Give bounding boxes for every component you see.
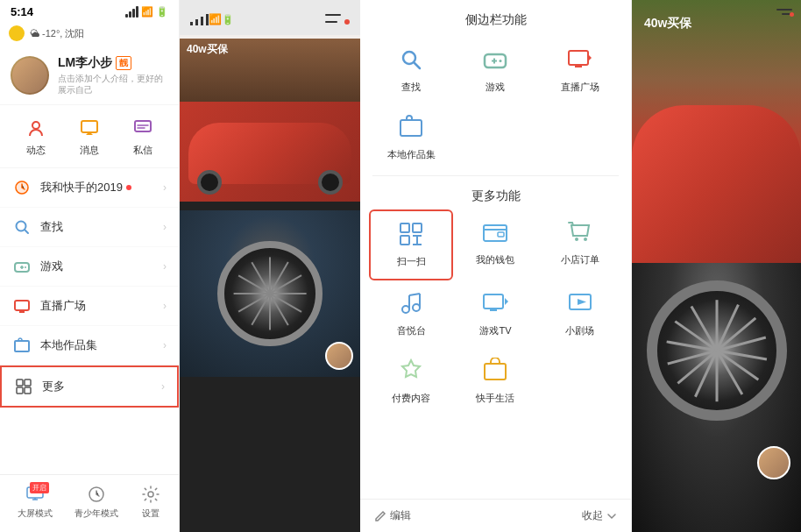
svg-rect-35 xyxy=(400,223,409,232)
func-gametv-label: 游戏TV xyxy=(479,324,511,337)
func-paid[interactable]: 付费内容 xyxy=(369,348,453,415)
section-divider xyxy=(372,175,619,176)
quick-icon-dynamic[interactable]: 动态 xyxy=(24,116,48,157)
func-scan[interactable]: 扫一扫 xyxy=(369,209,453,280)
svg-rect-50 xyxy=(484,294,503,309)
func-wallet[interactable]: 我的钱包 xyxy=(453,209,537,280)
svg-rect-55 xyxy=(485,364,506,379)
hamburger-button[interactable] xyxy=(325,7,350,32)
car-visual: 40w买保 xyxy=(180,35,360,202)
battery-status-icon: 🔋 xyxy=(222,14,234,25)
weather-bar: 🌥 -12°, 沈阳 xyxy=(0,22,179,46)
svg-marker-31 xyxy=(588,54,592,61)
func-game[interactable]: 游戏 xyxy=(453,37,537,104)
func-search[interactable]: 查找 xyxy=(369,37,453,104)
hamburger-notification-dot xyxy=(790,12,794,17)
quick-icons-row: 动态 消息 私信 xyxy=(0,105,179,168)
svg-point-29 xyxy=(500,60,502,62)
video-card-bottom[interactable] xyxy=(180,210,360,377)
func-drama-label: 小剧场 xyxy=(565,324,594,337)
message-label: 消息 xyxy=(80,144,99,157)
settings-button[interactable]: 设置 xyxy=(140,484,161,520)
edit-button[interactable]: 编辑 xyxy=(374,508,411,523)
edit-icon xyxy=(374,510,386,522)
func-music[interactable]: 音悦台 xyxy=(369,280,453,348)
dm-icon xyxy=(131,116,155,140)
edit-label: 编辑 xyxy=(390,508,411,523)
status-bar: 5:14 📶 🔋 xyxy=(0,0,179,22)
svg-rect-16 xyxy=(25,379,31,386)
sidebar-panel: 5:14 📶 🔋 🌥 -12°, 沈阳 LM李小步 靓 点击添加个人介绍，更 xyxy=(0,0,180,532)
menu-label-more: 更多 xyxy=(42,379,65,394)
wifi-icon: 📶 xyxy=(141,6,153,18)
func-shoporder[interactable]: 小店订单 xyxy=(538,209,622,280)
wifi-signal-icon: 📶 xyxy=(209,13,222,25)
func-scan-label: 扫一扫 xyxy=(397,255,426,268)
menu-item-live[interactable]: 直播广场 › xyxy=(0,287,179,326)
menu-item-local[interactable]: 本地作品集 › xyxy=(0,326,179,365)
quick-icon-message[interactable]: 消息 xyxy=(77,116,102,157)
collapse-label: 收起 xyxy=(582,508,603,523)
menu-item-more[interactable]: 更多 › xyxy=(0,365,179,408)
func-music-icon xyxy=(395,287,427,319)
right-video-bottom[interactable] xyxy=(632,263,801,532)
hamburger-line xyxy=(325,14,341,16)
svg-rect-1 xyxy=(82,121,97,132)
weather-text: 🌥 -12°, 沈阳 xyxy=(30,27,84,40)
func-kuaishou[interactable]: 快手生活 xyxy=(453,348,537,415)
tv-mode-label: 大屏模式 xyxy=(18,507,53,520)
right-video-top[interactable]: 40w买保 xyxy=(632,0,801,263)
svg-point-24 xyxy=(403,52,415,64)
func-search-icon xyxy=(395,44,427,75)
svg-point-46 xyxy=(413,304,420,311)
bottom-bar: 开启 大屏模式 青少年模式 设置 xyxy=(0,474,179,532)
menu-item-history[interactable]: 我和快手的2019 › xyxy=(0,168,179,208)
svg-rect-2 xyxy=(135,121,151,131)
sidebar-functions-panel: 侧边栏功能 查找 游戏 直播广场 本地作品集 xyxy=(360,0,632,532)
live-menu-icon xyxy=(12,296,32,316)
collapse-button[interactable]: 收起 xyxy=(582,508,617,523)
chevron-down-icon xyxy=(606,511,617,521)
svg-line-6 xyxy=(25,230,28,233)
dynamic-icon xyxy=(24,116,48,140)
svg-rect-30 xyxy=(569,51,588,65)
func-kuaishou-icon xyxy=(479,355,511,387)
tv-mode-icon: 开启 xyxy=(25,484,46,505)
func-paid-icon xyxy=(395,355,427,387)
teen-mode-button[interactable]: 青少年模式 xyxy=(74,484,118,520)
chevron-icon: › xyxy=(161,380,165,393)
menu-item-game[interactable]: 游戏 › xyxy=(0,247,179,287)
func-search-label: 查找 xyxy=(401,81,421,94)
menu-label-history: 我和快手的2019 xyxy=(40,180,123,195)
tv-mode-button[interactable]: 开启 大屏模式 xyxy=(18,484,53,520)
top-functions-grid: 查找 游戏 直播广场 本地作品集 xyxy=(360,37,631,172)
right-hamburger-button[interactable] xyxy=(776,9,792,15)
func-drama-icon xyxy=(564,287,596,319)
svg-point-43 xyxy=(575,238,578,241)
chevron-icon: › xyxy=(163,339,167,351)
func-kuaishou-label: 快手生活 xyxy=(476,392,514,405)
svg-point-10 xyxy=(25,266,26,268)
quick-icon-dm[interactable]: 私信 xyxy=(131,116,155,157)
hamburger-line-1 xyxy=(776,9,792,11)
svg-rect-15 xyxy=(17,379,23,386)
func-local-icon xyxy=(395,111,427,143)
func-local[interactable]: 本地作品集 xyxy=(369,104,453,172)
svg-rect-14 xyxy=(15,341,29,351)
menu-item-search[interactable]: 查找 › xyxy=(0,208,179,247)
func-game-label: 游戏 xyxy=(486,81,505,94)
right-wheel-visual xyxy=(647,280,787,421)
menu-label-local: 本地作品集 xyxy=(40,337,97,353)
func-gametv[interactable]: 游戏TV xyxy=(453,280,537,348)
svg-rect-37 xyxy=(400,236,409,245)
local-menu-icon xyxy=(12,336,32,355)
more-menu-icon xyxy=(14,377,33,396)
func-live[interactable]: 直播广场 xyxy=(538,37,622,104)
profile-section[interactable]: LM李小步 靓 点击添加个人介绍，更好的展示自己 xyxy=(0,46,179,105)
sidebar-functions-title: 侧边栏功能 xyxy=(360,0,631,37)
hamburger-line-short xyxy=(325,21,337,23)
func-drama[interactable]: 小剧场 xyxy=(538,280,622,348)
profile-desc: 点击添加个人介绍，更好的展示自己 xyxy=(58,73,168,96)
wheel-detail xyxy=(217,241,323,346)
video-card-top[interactable]: 40w买保 xyxy=(180,35,360,202)
